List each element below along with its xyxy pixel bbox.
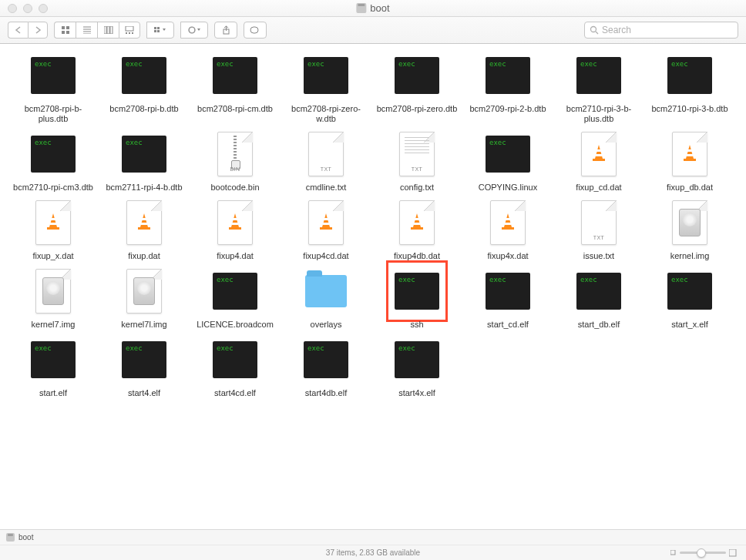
file-item[interactable]: execbcm2708-rpi-zero.dtb (371, 52, 462, 124)
list-view-button[interactable] (76, 22, 97, 39)
arrange-button[interactable] (146, 22, 174, 39)
file-item[interactable]: execbcm2711-rpi-4-b.dtb (99, 130, 190, 193)
file-icon-wrap: exec (393, 267, 441, 315)
volume-icon (356, 3, 366, 13)
toolbar: Search (0, 17, 746, 44)
file-item[interactable]: execLICENCE.broadcom (190, 267, 281, 330)
share-button[interactable] (214, 22, 237, 39)
file-item[interactable]: kernel.img (644, 199, 735, 261)
svg-rect-39 (324, 218, 328, 220)
minimize-button[interactable] (23, 4, 32, 13)
zoom-button[interactable] (39, 4, 48, 13)
svg-rect-35 (138, 227, 150, 230)
file-label: cmdline.txt (306, 183, 347, 193)
file-item[interactable]: execbcm2710-rpi-3-b.dtb (644, 52, 735, 124)
file-item[interactable]: execCOPYING.linux (462, 130, 553, 193)
file-label: fixup_x.dat (32, 251, 73, 261)
file-item[interactable]: fixup_x.dat (8, 199, 99, 261)
txt-icon: TXT (399, 132, 435, 176)
file-item[interactable]: execbcm2708-rpi-zero-w.dtb (281, 52, 371, 124)
close-button[interactable] (8, 4, 17, 13)
file-item[interactable]: TXTconfig.txt (371, 130, 462, 193)
title-text: boot (370, 2, 389, 14)
file-item[interactable]: kernel7.img (8, 267, 99, 330)
icon-size-slider[interactable] (670, 549, 737, 557)
file-item[interactable]: fixup4db.dat (371, 199, 462, 261)
file-icon-wrap (666, 199, 714, 246)
file-item[interactable]: fixup4cd.dat (281, 199, 371, 261)
tags-button[interactable] (244, 22, 267, 39)
file-item[interactable]: execstart_x.elf (644, 267, 735, 330)
search-input[interactable]: Search (584, 22, 738, 39)
svg-rect-27 (687, 149, 692, 152)
file-label: bcm2708-rpi-zero.dtb (377, 104, 458, 114)
file-item[interactable]: TXTcmdline.txt (281, 130, 371, 193)
svg-rect-49 (729, 549, 736, 556)
file-item[interactable]: execstart_db.elf (553, 267, 644, 330)
file-icon-wrap: exec (211, 267, 259, 315)
file-item[interactable]: fixup.dat (99, 199, 190, 261)
window-title: boot (356, 2, 389, 14)
search-icon (590, 25, 599, 35)
file-icon-wrap (575, 130, 623, 178)
forward-button[interactable] (28, 22, 48, 39)
exec-icon: exec (31, 136, 76, 173)
file-icon-wrap: exec (666, 267, 714, 315)
file-label: bcm2708-rpi-cm.dtb (197, 104, 273, 114)
file-label: bcm2708-rpi-b.dtb (109, 104, 178, 114)
file-item[interactable]: execstart.elf (8, 336, 99, 398)
svg-rect-29 (684, 159, 696, 161)
file-item[interactable]: execbcm2708-rpi-b.dtb (99, 52, 190, 124)
file-item[interactable]: execstart_cd.elf (462, 267, 553, 330)
file-item[interactable]: execbcm2709-rpi-2-b.dtb (462, 52, 553, 124)
zoom-out-icon (670, 550, 677, 556)
file-icon-wrap: exec (393, 52, 441, 99)
file-item[interactable]: fixup4.dat (190, 199, 281, 261)
exec-icon: exec (486, 136, 530, 173)
file-item[interactable]: fixup_db.dat (644, 130, 735, 193)
file-item[interactable]: execstart4x.elf (371, 336, 462, 398)
txt-icon: TXT (581, 200, 617, 245)
exec-icon: exec (304, 341, 348, 378)
svg-rect-37 (232, 223, 238, 225)
file-item[interactable]: execstart4cd.elf (190, 336, 281, 398)
file-item[interactable]: fixup_cd.dat (553, 130, 644, 193)
svg-line-23 (596, 32, 598, 34)
path-bar[interactable]: boot (0, 529, 746, 545)
vlc-icon (217, 200, 253, 245)
svg-rect-2 (62, 31, 65, 34)
file-label: bcm2710-rpi-cm3.dtb (13, 183, 93, 193)
file-item[interactable]: execstart4db.elf (281, 336, 371, 398)
file-item[interactable]: execbcm2710-rpi-3-b-plus.dtb (553, 52, 644, 124)
file-item[interactable]: overlays (281, 267, 371, 330)
exec-icon: exec (576, 57, 621, 94)
file-item[interactable]: execbcm2710-rpi-cm3.dtb (8, 130, 99, 193)
file-item[interactable]: TXTissue.txt (553, 199, 644, 261)
action-button[interactable] (180, 22, 208, 39)
file-icon-wrap (29, 267, 77, 315)
file-grid-container[interactable]: execbcm2708-rpi-b-plus.dtbexecbcm2708-rp… (0, 44, 746, 529)
icon-view-button[interactable] (54, 22, 76, 39)
volume-icon (6, 533, 15, 542)
file-icon-wrap (302, 199, 350, 246)
file-item[interactable]: execssh (371, 267, 462, 330)
file-label: kernel7.img (32, 320, 76, 330)
back-button[interactable] (8, 22, 28, 39)
file-item[interactable]: execstart4.elf (99, 336, 190, 398)
file-icon-wrap (211, 199, 259, 246)
column-view-button[interactable] (97, 22, 119, 39)
file-item[interactable]: execbcm2708-rpi-b-plus.dtb (8, 52, 99, 124)
gallery-view-button[interactable] (119, 22, 140, 39)
svg-rect-33 (142, 218, 146, 220)
search-placeholder: Search (602, 25, 631, 35)
file-label: start4db.elf (305, 388, 347, 398)
file-item[interactable]: fixup4x.dat (462, 199, 553, 261)
file-label: fixup4db.dat (394, 251, 440, 261)
disk-image-icon (672, 200, 707, 245)
vlc-icon (399, 200, 435, 245)
slider-track[interactable] (680, 552, 726, 554)
file-item[interactable]: BINbootcode.bin (190, 130, 281, 193)
file-label: start_cd.elf (487, 320, 529, 330)
file-item[interactable]: execbcm2708-rpi-cm.dtb (190, 52, 281, 124)
file-item[interactable]: kernel7l.img (99, 267, 190, 330)
